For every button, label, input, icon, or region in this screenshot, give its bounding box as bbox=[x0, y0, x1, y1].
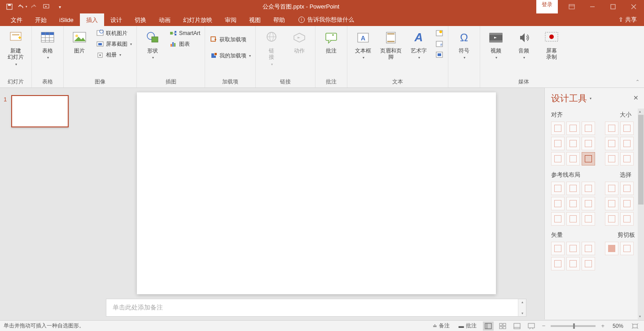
vector-6-button[interactable] bbox=[582, 257, 595, 270]
guide-1-button[interactable] bbox=[551, 182, 565, 195]
zoom-slider[interactable] bbox=[551, 325, 596, 327]
object-button[interactable] bbox=[434, 49, 445, 60]
normal-view-button[interactable] bbox=[483, 322, 494, 331]
tell-me-search[interactable]: ! 告诉我你想做什么 bbox=[298, 16, 354, 24]
guide-3-button[interactable] bbox=[582, 182, 595, 195]
headerfooter-button[interactable]: 页眉和页脚 bbox=[378, 28, 404, 62]
same-height-button[interactable] bbox=[620, 122, 634, 135]
same-size-button[interactable] bbox=[605, 137, 618, 150]
fit-button[interactable] bbox=[620, 152, 634, 166]
guide-4-button[interactable] bbox=[551, 197, 565, 210]
video-button[interactable]: 视频 ▾ bbox=[483, 28, 509, 61]
notes-pane[interactable]: 单击此处添加备注 ▴▾ bbox=[106, 299, 526, 317]
picture-button[interactable]: 图片 bbox=[66, 28, 92, 56]
select-4-button[interactable] bbox=[620, 197, 634, 210]
chart-button[interactable]: 图表 bbox=[167, 39, 202, 49]
symbol-button[interactable]: Ω 符号 ▾ bbox=[451, 28, 477, 61]
minimize-icon[interactable] bbox=[582, 0, 603, 13]
pane-scrollbar[interactable]: ▴ ▾ bbox=[638, 109, 644, 319]
guide-2-button[interactable] bbox=[566, 182, 580, 195]
tab-home[interactable]: 开始 bbox=[29, 13, 53, 26]
tab-transition[interactable]: 切换 bbox=[128, 13, 153, 26]
pane-scroll-thumb[interactable] bbox=[638, 115, 644, 205]
distribute-h-button[interactable] bbox=[551, 152, 565, 166]
select-1-button[interactable] bbox=[605, 182, 618, 195]
scale-down-button[interactable] bbox=[605, 152, 618, 166]
guide-9-button[interactable] bbox=[582, 212, 595, 226]
my-addins-button[interactable]: 我的加载项▾ bbox=[208, 50, 253, 61]
tab-file[interactable]: 文件 bbox=[4, 13, 29, 26]
comment-button[interactable]: 批注 bbox=[318, 28, 344, 56]
ribbon-options-icon[interactable] bbox=[561, 0, 582, 13]
tab-view[interactable]: 视图 bbox=[243, 13, 267, 26]
redo-icon[interactable] bbox=[29, 1, 40, 13]
ribbon-collapse-button[interactable]: ⌃ bbox=[635, 79, 640, 85]
slide-thumbnails[interactable]: 1 bbox=[0, 88, 79, 319]
audio-button[interactable]: 音频 ▾ bbox=[511, 28, 537, 61]
undo-icon[interactable]: ▾ bbox=[16, 1, 28, 13]
align-bottom-button[interactable] bbox=[582, 137, 595, 150]
slideshow-view-button[interactable] bbox=[526, 322, 537, 331]
share-button[interactable]: ⇪ 共享 bbox=[618, 16, 637, 24]
screenshot-button[interactable]: 屏幕截图▾ bbox=[94, 39, 134, 49]
tab-islide[interactable]: iSlide bbox=[53, 14, 80, 26]
guide-6-button[interactable] bbox=[582, 197, 595, 210]
select-5-button[interactable] bbox=[605, 212, 618, 226]
get-addins-button[interactable]: 获取加载项 bbox=[208, 34, 253, 45]
align-center-button[interactable] bbox=[566, 122, 580, 135]
close-icon[interactable] bbox=[623, 0, 644, 13]
date-button[interactable] bbox=[434, 28, 445, 39]
zoom-slider-thumb[interactable] bbox=[573, 323, 575, 329]
zoom-level[interactable]: 50% bbox=[610, 323, 626, 329]
zoom-in-button[interactable]: + bbox=[599, 322, 606, 329]
tab-slideshow[interactable]: 幻灯片放映 bbox=[177, 13, 219, 26]
notes-toggle-button[interactable]: ≐备注 bbox=[430, 322, 452, 330]
tab-help[interactable]: 帮助 bbox=[267, 13, 291, 26]
zoom-out-button[interactable]: − bbox=[540, 322, 548, 329]
tab-animation[interactable]: 动画 bbox=[153, 13, 177, 26]
align-right-button[interactable] bbox=[582, 122, 595, 135]
thumbnail-slide[interactable] bbox=[11, 95, 69, 127]
align-top-button[interactable] bbox=[551, 137, 565, 150]
tab-design[interactable]: 设计 bbox=[104, 13, 128, 26]
start-from-beginning-icon[interactable] bbox=[41, 1, 53, 13]
select-3-button[interactable] bbox=[605, 197, 618, 210]
select-2-button[interactable] bbox=[620, 182, 634, 195]
fit-window-button[interactable] bbox=[630, 322, 640, 331]
notes-scrollbar[interactable]: ▴▾ bbox=[518, 299, 526, 316]
swap-button[interactable] bbox=[582, 152, 595, 166]
reading-view-button[interactable] bbox=[512, 322, 522, 331]
smartart-button[interactable]: SmartArt bbox=[167, 28, 202, 39]
album-button[interactable]: 相册▾ bbox=[94, 49, 134, 60]
guide-8-button[interactable] bbox=[566, 212, 580, 226]
vector-4-button[interactable] bbox=[551, 257, 565, 270]
align-left-button[interactable] bbox=[551, 122, 565, 135]
wordart-button[interactable]: A 艺术字 ▾ bbox=[406, 28, 432, 61]
comments-toggle-button[interactable]: ▬批注 bbox=[456, 322, 479, 330]
vector-1-button[interactable] bbox=[551, 242, 565, 255]
screen-recording-button[interactable]: 屏幕 录制 bbox=[539, 28, 565, 62]
select-6-button[interactable] bbox=[620, 212, 634, 226]
vector-2-button[interactable] bbox=[566, 242, 580, 255]
pane-close-button[interactable]: ✕ bbox=[633, 94, 639, 101]
vector-5-button[interactable] bbox=[566, 257, 580, 270]
tab-insert[interactable]: 插入 bbox=[80, 13, 104, 26]
qat-customize-icon[interactable]: ▾ bbox=[54, 1, 66, 13]
maximize-icon[interactable] bbox=[603, 0, 623, 13]
tab-review[interactable]: 审阅 bbox=[219, 13, 243, 26]
copy-button[interactable] bbox=[620, 242, 634, 255]
new-slide-button[interactable]: 新建 幻灯片 ▾ bbox=[3, 28, 29, 68]
distribute-v-button[interactable] bbox=[566, 152, 580, 166]
vector-3-button[interactable] bbox=[582, 242, 595, 255]
textbox-button[interactable]: A 文本框 ▾ bbox=[350, 28, 376, 61]
scale-up-button[interactable] bbox=[620, 137, 634, 150]
save-icon[interactable] bbox=[4, 1, 15, 13]
guide-7-button[interactable] bbox=[551, 212, 565, 226]
slide-canvas[interactable] bbox=[137, 92, 496, 294]
online-picture-button[interactable]: 联机图片 bbox=[94, 28, 134, 39]
same-width-button[interactable] bbox=[605, 122, 618, 135]
thumbnail-1[interactable]: 1 bbox=[4, 95, 75, 127]
login-button[interactable]: 登录 bbox=[536, 0, 558, 13]
guide-5-button[interactable] bbox=[566, 197, 580, 210]
paste-button[interactable] bbox=[605, 242, 618, 255]
